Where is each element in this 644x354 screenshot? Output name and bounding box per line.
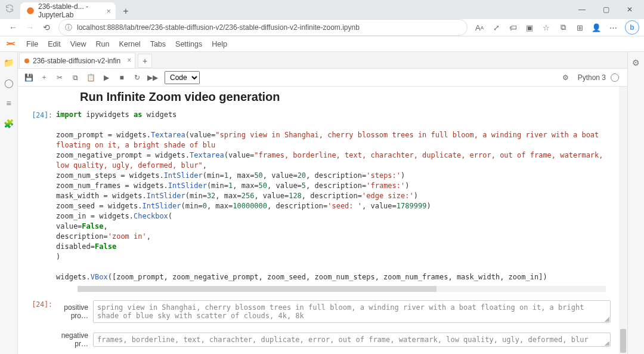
more-icon[interactable]: ⋯ [605, 19, 621, 36]
svg-point-0 [27, 7, 34, 14]
notebook-tab[interactable]: 236-stable-diffusion-v2-infin × [19, 53, 135, 68]
code-cell[interactable]: [24]: import ipywidgets as widgets zoom_… [18, 110, 627, 282]
shopping-icon[interactable]: 🏷 [504, 19, 521, 36]
right-sidebar: ⚙ [627, 52, 644, 354]
back-button[interactable]: ← [5, 19, 21, 36]
browser-toolbar: ← → ⟲ ⓘ localhost:8888/lab/tree/236-stab… [0, 19, 644, 36]
address-bar[interactable]: ⓘ localhost:8888/lab/tree/236-stable-dif… [58, 19, 467, 36]
restart-button[interactable]: ↻ [130, 70, 144, 85]
jupyter-favicon [26, 7, 35, 15]
favorite-icon[interactable]: ☆ [538, 19, 555, 36]
menu-kernel[interactable]: Kernel [114, 36, 145, 51]
jupyter-menubar: File Edit View Run Kernel Tabs Settings … [0, 36, 644, 52]
window-close-icon[interactable]: ✕ [618, 1, 642, 18]
cut-button[interactable]: ✂ [52, 70, 67, 85]
menu-tabs[interactable]: Tabs [145, 36, 171, 51]
horizontal-scrollbar[interactable] [78, 286, 606, 292]
jupyter-logo[interactable] [5, 38, 18, 51]
browser-tab[interactable]: 236-stable-d... - JupyterLab × [20, 2, 116, 19]
rotate-icon[interactable] [5, 4, 17, 16]
window-minimize-icon[interactable]: — [570, 1, 594, 18]
menu-help[interactable]: Help [207, 36, 232, 51]
bing-icon[interactable]: b [625, 20, 639, 35]
settings-icon[interactable]: ⚙ [559, 70, 573, 85]
notebook-toolbar: 💾 ＋ ✂ ⧉ 📋 ▶ ■ ↻ ▶▶ Code ⚙ Python 3 [18, 69, 627, 87]
tab-app-icon[interactable]: ▣ [521, 19, 538, 36]
kernel-name[interactable]: Python 3 [574, 73, 609, 82]
paste-button[interactable]: 📋 [83, 70, 98, 85]
copy-button[interactable]: ⧉ [68, 70, 82, 85]
forward-button[interactable]: → [21, 19, 38, 36]
text-size-icon[interactable]: AA [471, 19, 488, 36]
url-text: localhost:8888/lab/tree/236-stable-diffu… [77, 23, 360, 32]
browser-tab-strip: 236-stable-d... - JupyterLab × + — ▢ ✕ [0, 0, 644, 19]
zoom-icon[interactable]: ⤢ [488, 19, 504, 36]
fast-forward-button[interactable]: ▶▶ [145, 70, 160, 85]
property-inspector-icon[interactable]: ⚙ [630, 57, 642, 69]
save-button[interactable]: 💾 [21, 70, 36, 85]
menu-file[interactable]: File [21, 36, 43, 51]
collections-icon[interactable]: ⧉ [555, 19, 571, 36]
left-sidebar: 📁 ◯ ≡ 🧩 [0, 52, 18, 354]
cell-type-select[interactable]: Code [165, 71, 200, 84]
output-cell: [24]: positive pro… spring view in Shang… [18, 299, 627, 354]
stop-button[interactable]: ■ [114, 70, 129, 85]
add-cell-button[interactable]: ＋ [37, 70, 51, 85]
menu-run[interactable]: Run [91, 36, 114, 51]
negative-prompt-label: negative pr… [56, 331, 93, 348]
add-tab-button[interactable]: + [138, 54, 152, 68]
run-button[interactable]: ▶ [99, 70, 113, 85]
running-icon[interactable]: ◯ [3, 77, 15, 89]
menu-settings[interactable]: Settings [171, 36, 207, 51]
extension-icon[interactable]: 🧩 [3, 118, 15, 130]
notebook-tab-label: 236-stable-diffusion-v2-infin [33, 57, 120, 65]
reload-button[interactable]: ⟲ [38, 19, 55, 36]
markdown-heading: Run Infinite Zoom video generation [80, 90, 627, 104]
notebook-tab-close-icon[interactable]: × [127, 56, 131, 64]
tab-close-icon[interactable]: × [106, 7, 111, 16]
notebook-area[interactable]: Run Infinite Zoom video generation [24]:… [18, 87, 627, 354]
toc-icon[interactable]: ≡ [3, 97, 15, 109]
menu-view[interactable]: View [66, 36, 91, 51]
new-tab-button[interactable]: + [118, 4, 134, 19]
info-icon: ⓘ [65, 23, 72, 33]
code-source[interactable]: import ipywidgets as widgets zoom_prompt… [56, 110, 627, 282]
notebook-tabs: 236-stable-diffusion-v2-infin × + [18, 52, 627, 69]
menu-edit[interactable]: Edit [43, 36, 66, 51]
browser-tab-title: 236-stable-d... - JupyterLab [38, 2, 99, 19]
input-prompt: [24]: [18, 110, 56, 282]
extensions-icon[interactable]: ⊞ [571, 19, 588, 36]
kernel-status-icon[interactable] [611, 73, 619, 82]
positive-prompt-label: positive pro… [56, 303, 93, 320]
profile-icon[interactable]: 👤 [588, 19, 605, 36]
folder-icon[interactable]: 📁 [3, 57, 15, 69]
negative-prompt-textarea[interactable]: frames, borderline, text, charachter, du… [93, 333, 611, 347]
positive-prompt-textarea[interactable]: spring view in Shanghai, cherry blossom … [93, 300, 611, 323]
output-prompt: [24]: [18, 299, 56, 354]
window-maximize-icon[interactable]: ▢ [594, 1, 618, 18]
vertical-scrollbar[interactable] [619, 87, 627, 354]
notebook-dot-icon [24, 59, 29, 63]
